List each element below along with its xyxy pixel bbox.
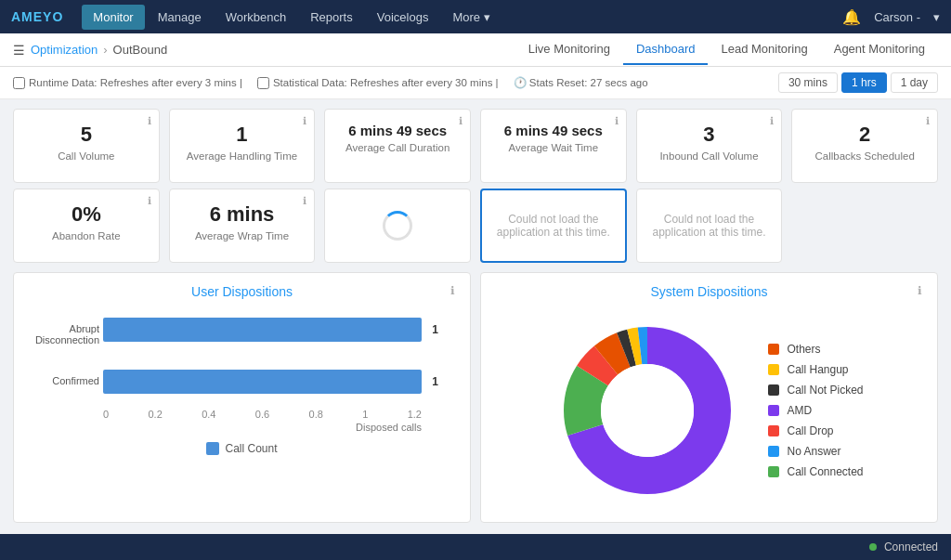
legend-label-amd: AMD [787, 404, 812, 417]
runtime-info: Runtime Data: Refreshes after every 3 mi… [13, 77, 242, 89]
statistical-info: Statistical Data: Refreshes after every … [257, 77, 499, 89]
info-icon[interactable]: ℹ [148, 115, 151, 127]
system-chart-info-icon[interactable]: ℹ [918, 284, 922, 297]
time-30min[interactable]: 30 mins [778, 72, 838, 93]
metric-avg-handling: ℹ 1 Average Handling Time [169, 109, 316, 183]
x-axis-0: 0 [103, 409, 109, 420]
metric-call-volume: ℹ 5 Call Volume [13, 109, 160, 183]
user-dispositions-title: User Dispositions [191, 284, 293, 299]
nav-workbench[interactable]: Workbench [215, 5, 298, 30]
callbacks-label: Callbacks Scheduled [803, 150, 926, 162]
bar-legend-color [206, 442, 219, 455]
breadcrumb-optimization[interactable]: Optimization [31, 43, 98, 57]
legend-label-others: Others [787, 343, 820, 356]
legend-call-drop: Call Drop [768, 424, 863, 437]
sub-navigation: ☰ Optimization › OutBound Live Monitorin… [0, 33, 951, 67]
legend-dot-not-picked [768, 384, 779, 396]
loading-spinner [383, 211, 412, 241]
breadcrumb-separator: › [103, 43, 107, 57]
nav-left: AMEYO Monitor Manage Workbench Reports V… [11, 5, 502, 30]
callbacks-value: 2 [803, 123, 926, 147]
inbound-volume-label: Inbound Call Volume [648, 150, 771, 162]
info-icon-7[interactable]: ℹ [148, 195, 151, 207]
metric-error-2: Could not load the application at this t… [636, 189, 783, 263]
system-dispositions-chart: System Dispositions ℹ [480, 272, 938, 523]
nav-manage[interactable]: Manage [147, 5, 213, 30]
nav-more[interactable]: More ▾ [441, 5, 502, 30]
logo: AMEYO [11, 9, 63, 24]
donut-chart-svg [554, 318, 740, 503]
nav-voicelogs[interactable]: Voicelogs [366, 5, 440, 30]
metrics-row-1: ℹ 5 Call Volume ℹ 1 Average Handling Tim… [0, 99, 951, 189]
x-axis-title: Disposed calls [103, 422, 436, 433]
chevron-down-icon: ▾ [484, 10, 490, 24]
chevron-down-icon-user: ▾ [933, 10, 940, 24]
nav-monitor[interactable]: Monitor [82, 5, 144, 30]
metric-error-1: Could not load the application at this t… [480, 189, 627, 263]
info-bar: Runtime Data: Refreshes after every 3 mi… [0, 67, 951, 99]
x-axis-04: 0.4 [202, 409, 215, 420]
legend-label-connected: Call Connected [787, 465, 863, 478]
runtime-checkbox[interactable] [13, 77, 25, 89]
avg-duration-value: 6 mins 49 secs [336, 123, 459, 138]
charts-row: User Dispositions ℹ Abrupt Disconnection… [0, 272, 951, 532]
user-dispositions-chart: User Dispositions ℹ Abrupt Disconnection… [13, 272, 471, 523]
legend-call-connected: Call Connected [768, 465, 863, 478]
legend-dot-no-answer [768, 446, 779, 457]
metrics-row-2: ℹ 0% Abandon Rate ℹ 6 mins Average Wrap … [0, 189, 951, 272]
tab-live-monitoring[interactable]: Live Monitoring [515, 34, 623, 65]
x-axis-12: 1.2 [408, 409, 422, 420]
time-1hr[interactable]: 1 hrs [841, 72, 887, 93]
statistical-label: Statistical Data: Refreshes after every … [273, 77, 499, 88]
breadcrumb-outbound: OutBound [113, 43, 168, 57]
info-icon-6[interactable]: ℹ [926, 115, 930, 127]
tab-dashboard[interactable]: Dashboard [623, 34, 709, 65]
metric-avg-duration: ℹ 6 mins 49 secs Average Call Duration [324, 109, 471, 183]
statistical-checkbox[interactable] [257, 77, 269, 89]
x-axis-06: 0.6 [255, 409, 269, 420]
info-bar-left: Runtime Data: Refreshes after every 3 mi… [13, 76, 648, 89]
legend-dot-connected [768, 466, 779, 477]
x-axis-08: 0.8 [309, 409, 323, 420]
abandon-rate-label: Abandon Rate [25, 230, 148, 241]
bar-count-1: 1 [432, 323, 438, 336]
legend-call-hangup: Call Hangup [768, 363, 863, 376]
legend-call-not-picked: Call Not Picked [768, 384, 863, 397]
nav-right: 🔔 Carson - ▾ [842, 8, 940, 26]
inbound-volume-value: 3 [648, 123, 771, 147]
error-message-1: Could not load the application at this t… [493, 213, 614, 239]
menu-icon[interactable]: ☰ [13, 43, 25, 58]
avg-duration-label: Average Call Duration [336, 142, 459, 153]
info-icon-8[interactable]: ℹ [303, 195, 306, 207]
legend-no-answer: No Answer [768, 445, 863, 458]
bar-label-1: Abrupt Disconnection [29, 323, 99, 345]
svg-point-7 [601, 364, 694, 457]
legend-label-hangup: Call Hangup [787, 363, 848, 376]
time-1day[interactable]: 1 day [891, 72, 938, 93]
avg-handling-value: 1 [181, 123, 304, 147]
metric-loading [324, 189, 471, 263]
clock-icon: 🕐 [514, 77, 527, 88]
tab-agent-monitoring[interactable]: Agent Monitoring [821, 34, 938, 65]
info-icon-3[interactable]: ℹ [459, 115, 462, 127]
tab-lead-monitoring[interactable]: Lead Monitoring [708, 34, 820, 65]
legend-dot-amd [768, 405, 779, 416]
runtime-label: Runtime Data: Refreshes after every 3 mi… [29, 77, 242, 88]
legend-label-drop: Call Drop [787, 424, 833, 437]
user-chart-info-icon[interactable]: ℹ [450, 284, 455, 297]
nav-reports[interactable]: Reports [299, 5, 364, 30]
sub-nav-tabs: Live Monitoring Dashboard Lead Monitorin… [515, 34, 938, 65]
avg-wrap-label: Average Wrap Time [181, 230, 304, 241]
info-icon-2[interactable]: ℹ [303, 115, 306, 127]
metric-inbound-volume: ℹ 3 Inbound Call Volume [636, 109, 783, 183]
bell-icon[interactable]: 🔔 [842, 8, 861, 26]
avg-wrap-value: 6 mins [181, 202, 304, 227]
user-name[interactable]: Carson - [874, 10, 920, 24]
info-icon-4[interactable]: ℹ [615, 115, 619, 127]
legend-dot-others [768, 344, 779, 355]
legend-others: Others [768, 343, 863, 356]
info-icon-5[interactable]: ℹ [770, 115, 774, 127]
bar-label-2: Confirmed [29, 375, 99, 386]
avg-wait-label: Average Wait Time [492, 142, 615, 153]
legend-label-no-answer: No Answer [787, 445, 840, 458]
